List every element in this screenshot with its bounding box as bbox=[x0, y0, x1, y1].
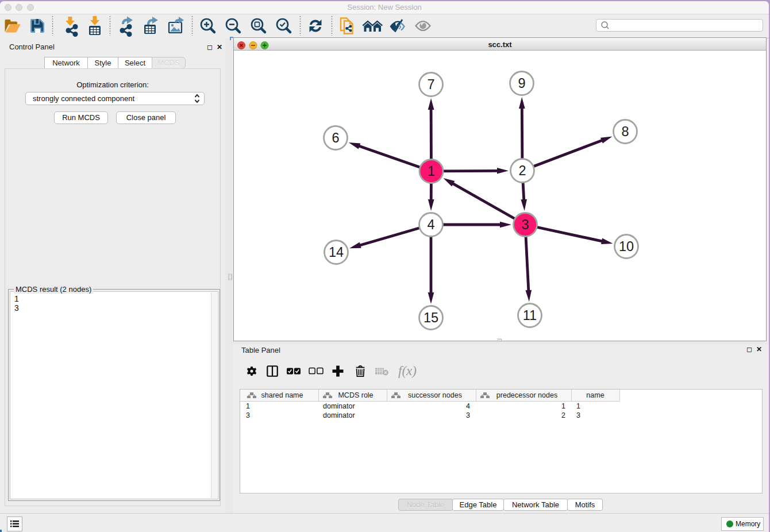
svg-text:f(x): f(x) bbox=[398, 364, 417, 378]
svg-text:1: 1 bbox=[576, 402, 580, 410]
svg-text:1: 1 bbox=[561, 402, 565, 410]
svg-text:2: 2 bbox=[561, 411, 565, 419]
svg-text:dominator: dominator bbox=[323, 411, 355, 419]
svg-text:1: 1 bbox=[246, 402, 250, 410]
svg-text:predecessor nodes: predecessor nodes bbox=[496, 391, 557, 399]
svg-text:8: 8 bbox=[621, 124, 629, 139]
svg-text:7: 7 bbox=[427, 77, 434, 92]
svg-text:15: 15 bbox=[424, 310, 438, 325]
svg-text:MCDS role: MCDS role bbox=[338, 391, 373, 399]
svg-text:3: 3 bbox=[576, 411, 580, 419]
svg-text:14: 14 bbox=[329, 245, 344, 260]
svg-text:9: 9 bbox=[518, 76, 525, 91]
svg-text:4: 4 bbox=[466, 402, 470, 410]
svg-text:3: 3 bbox=[246, 411, 250, 419]
svg-text:name: name bbox=[586, 391, 604, 399]
svg-text:4: 4 bbox=[427, 217, 434, 232]
svg-text:1: 1 bbox=[428, 164, 435, 179]
svg-text:2: 2 bbox=[518, 163, 526, 178]
svg-text:3: 3 bbox=[521, 217, 529, 232]
svg-text:10: 10 bbox=[619, 239, 634, 254]
svg-text:11: 11 bbox=[523, 308, 537, 323]
svg-text:6: 6 bbox=[332, 130, 339, 145]
svg-text:dominator: dominator bbox=[323, 402, 355, 410]
svg-text:successor nodes: successor nodes bbox=[408, 391, 462, 399]
svg-text:shared name: shared name bbox=[261, 391, 303, 399]
svg-text:3: 3 bbox=[466, 411, 470, 419]
